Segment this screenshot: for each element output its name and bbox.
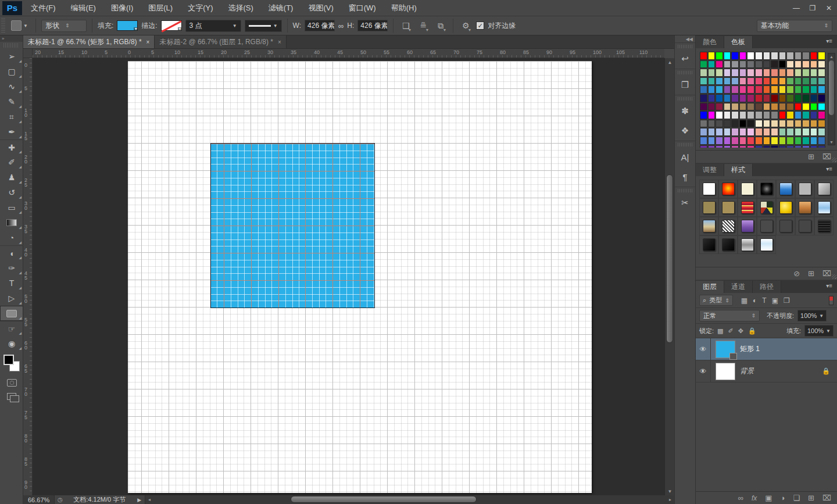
- color-swatch[interactable]: [810, 60, 818, 69]
- color-swatch[interactable]: [779, 69, 786, 77]
- color-swatch[interactable]: [708, 60, 716, 69]
- vertical-scroll-thumb[interactable]: [666, 174, 673, 343]
- color-swatch[interactable]: [786, 85, 794, 94]
- color-swatch[interactable]: [739, 60, 747, 69]
- tool-button[interactable]: ▭ ◢: [0, 200, 23, 215]
- layers-footer-icon-link-layers[interactable]: ∞: [738, 494, 743, 502]
- color-swatch[interactable]: [810, 137, 818, 145]
- color-swatch[interactable]: [731, 52, 739, 60]
- style-swatch-no-style[interactable]: [703, 183, 716, 195]
- tool-button[interactable]: ◔ ◢: [0, 230, 23, 245]
- color-swatch[interactable]: [771, 128, 778, 136]
- panel-icon-tool-presets[interactable]: ✂: [675, 193, 695, 213]
- tool-button[interactable]: ▢ ◢: [0, 64, 23, 79]
- panel-menu-icon[interactable]: ▾≡: [822, 283, 836, 289]
- color-swatch[interactable]: [747, 111, 754, 119]
- layer-name[interactable]: 背景: [740, 366, 754, 376]
- style-swatch-purple-gradient[interactable]: [741, 220, 754, 233]
- style-swatch-outline-1[interactable]: [779, 220, 792, 233]
- color-swatch[interactable]: [716, 103, 723, 111]
- color-swatch[interactable]: [755, 137, 763, 145]
- panel-icon-clone-source[interactable]: ❖: [675, 121, 695, 141]
- filter-icon-filter-shape[interactable]: ▣: [772, 296, 778, 305]
- color-swatch[interactable]: [810, 103, 818, 111]
- color-swatch[interactable]: [747, 103, 754, 111]
- color-swatch[interactable]: [771, 60, 778, 69]
- filter-icon-filter-type[interactable]: T: [762, 296, 766, 305]
- toolbox-grip[interactable]: [3, 43, 19, 48]
- close-button[interactable]: ✕: [821, 2, 837, 14]
- layers-footer-icon-delete-layer[interactable]: ⌧: [822, 494, 831, 502]
- color-swatch[interactable]: [810, 52, 818, 60]
- style-swatch-orange-gradient[interactable]: [799, 201, 811, 214]
- color-swatch[interactable]: [731, 111, 739, 119]
- color-swatch[interactable]: [802, 85, 810, 94]
- color-swatch[interactable]: [802, 145, 810, 148]
- stroke-width-dropdown[interactable]: 3 点▼: [185, 20, 241, 32]
- color-swatch[interactable]: [810, 77, 818, 85]
- color-swatch[interactable]: [708, 145, 716, 148]
- blend-mode-dropdown[interactable]: 正常⇕: [699, 310, 760, 321]
- collapse-panels-button[interactable]: ◀◀: [675, 35, 695, 42]
- color-swatch[interactable]: [700, 137, 707, 145]
- color-swatch[interactable]: [779, 145, 786, 148]
- new-style-button[interactable]: ⊞: [808, 269, 814, 278]
- color-swatch[interactable]: [779, 94, 786, 102]
- color-swatch[interactable]: [795, 120, 802, 128]
- color-swatch[interactable]: [724, 145, 731, 148]
- color-swatch[interactable]: [716, 69, 723, 77]
- color-swatch[interactable]: [763, 94, 771, 102]
- color-swatch[interactable]: [700, 85, 707, 94]
- color-swatch[interactable]: [755, 111, 763, 119]
- document-tab[interactable]: 未标题-2 @ 66.7% (图层 1, RGB/8) * ×: [155, 35, 286, 48]
- workspace-dropdown[interactable]: 基本功能⇕: [757, 20, 832, 32]
- color-swatch[interactable]: [747, 145, 754, 148]
- color-swatch[interactable]: [795, 69, 802, 77]
- color-swatch[interactable]: [731, 60, 739, 69]
- swatches-scrollbar[interactable]: ▲ ▼: [828, 53, 835, 145]
- color-swatch[interactable]: [724, 52, 731, 60]
- style-swatch-dark-flat[interactable]: [760, 220, 773, 233]
- color-swatch[interactable]: [763, 120, 771, 128]
- style-swatch-black-v-2[interactable]: [722, 238, 735, 251]
- color-swatch[interactable]: [818, 128, 825, 136]
- align-edges-checkbox[interactable]: ✓: [476, 22, 484, 30]
- color-swatch[interactable]: [755, 52, 763, 60]
- menu-item[interactable]: 窗口(W): [341, 0, 384, 16]
- style-swatch-dark-texture[interactable]: [818, 220, 831, 233]
- color-swatch[interactable]: [724, 85, 731, 94]
- color-swatch[interactable]: [739, 77, 747, 85]
- color-swatch[interactable]: [716, 52, 723, 60]
- color-swatch[interactable]: [771, 103, 778, 111]
- color-swatch[interactable]: [810, 111, 818, 119]
- color-swatch[interactable]: [755, 60, 763, 69]
- color-swatch[interactable]: [771, 145, 778, 148]
- menu-item[interactable]: 图层(L): [141, 0, 180, 16]
- color-swatch[interactable]: [716, 94, 723, 102]
- panel-resize-grip[interactable]: [832, 274, 836, 279]
- color-swatch[interactable]: [739, 137, 747, 145]
- color-swatch[interactable]: [810, 94, 818, 102]
- panel-tab[interactable]: 色板: [724, 36, 753, 48]
- tool-button[interactable]: ♟ ◢: [0, 170, 23, 185]
- color-swatch[interactable]: [739, 69, 747, 77]
- color-swatch[interactable]: [739, 120, 747, 128]
- color-swatch[interactable]: [795, 128, 802, 136]
- color-swatch[interactable]: [771, 77, 778, 85]
- style-swatch-tan-flat-2[interactable]: [722, 201, 735, 214]
- foreground-color[interactable]: [3, 355, 14, 365]
- horizontal-scroll-thumb[interactable]: [291, 496, 477, 503]
- color-swatch[interactable]: [763, 52, 771, 60]
- color-swatch[interactable]: [739, 111, 747, 119]
- opacity-dropdown[interactable]: 100%▼: [797, 310, 827, 321]
- color-swatch[interactable]: [795, 145, 802, 148]
- panel-tab[interactable]: 颜色: [696, 36, 724, 48]
- scroll-down-icon[interactable]: ▼: [665, 487, 675, 495]
- tool-button[interactable]: ∿ ◢: [0, 79, 23, 94]
- panel-menu-icon[interactable]: ▾≡: [822, 166, 836, 172]
- tool-mode-dropdown[interactable]: 形状⇕: [41, 20, 87, 32]
- layers-footer-icon-new-group[interactable]: ❏: [793, 494, 800, 502]
- panel-menu-icon[interactable]: ▾≡: [822, 38, 836, 44]
- color-swatch[interactable]: [763, 60, 771, 69]
- panel-tab[interactable]: 样式: [724, 164, 753, 176]
